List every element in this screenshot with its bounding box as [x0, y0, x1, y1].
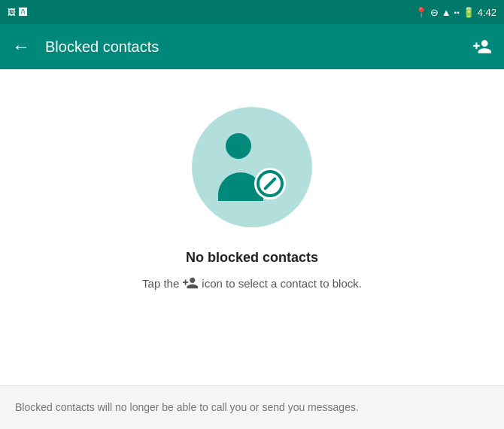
page-title: Blocked contacts — [45, 38, 159, 56]
footer-note: Blocked contacts will no longer be able … — [0, 385, 504, 429]
footer-text: Blocked contacts will no longer be able … — [15, 401, 359, 413]
person-head — [226, 133, 251, 159]
block-circle — [254, 168, 286, 199]
instruction-post: icon to select a contact to block. — [202, 277, 362, 290]
status-bar-left-icons: 🖼 🅰 — [8, 8, 27, 17]
signal-icon: ▪▪ — [454, 8, 460, 17]
battery-icon: 🔋 — [463, 7, 475, 18]
block-inner — [257, 170, 284, 197]
app-bar-left: ← Blocked contacts — [12, 38, 159, 56]
no-blocked-title: No blocked contacts — [186, 250, 318, 266]
notif-icon-2: 🅰 — [19, 8, 27, 17]
block-line — [263, 177, 277, 190]
main-content: No blocked contacts Tap the icon to sele… — [0, 69, 504, 429]
status-bar-right-icons: 📍 ⊖ ▲ ▪▪ 🔋 4:42 — [415, 7, 496, 18]
notif-icon-1: 🖼 — [8, 8, 16, 17]
back-button[interactable]: ← — [12, 38, 30, 56]
wifi-icon: ▲ — [442, 7, 451, 18]
status-bar: 🖼 🅰 📍 ⊖ ▲ ▪▪ 🔋 4:42 — [0, 0, 504, 24]
add-person-inline-icon — [182, 275, 199, 291]
status-time: 4:42 — [478, 7, 496, 18]
add-contact-button[interactable] — [472, 37, 492, 56]
person-icon — [218, 133, 286, 201]
minus-circle-icon: ⊖ — [430, 7, 439, 18]
add-contact-icon — [472, 37, 492, 56]
instruction-text: Tap the icon to select a contact to bloc… — [142, 275, 362, 291]
blocked-illustration — [192, 107, 312, 227]
app-bar: ← Blocked contacts — [0, 24, 504, 69]
instruction-pre: Tap the — [142, 277, 179, 290]
content-area: No blocked contacts Tap the icon to sele… — [0, 69, 504, 291]
location-icon: 📍 — [415, 7, 427, 18]
